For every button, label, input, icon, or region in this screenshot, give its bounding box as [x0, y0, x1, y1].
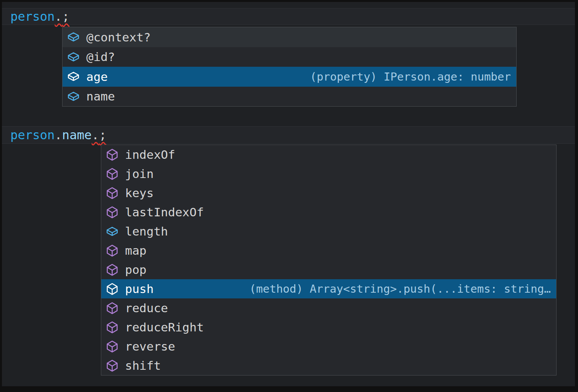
symbol-method-icon	[106, 264, 119, 276]
suggestion-item-shift[interactable]: shift	[101, 356, 556, 375]
suggestion-label: reduce	[125, 301, 168, 315]
code-token-variable: person	[10, 9, 55, 24]
suggestion-detail: (method) Array<string>.push(...items: st…	[238, 282, 551, 295]
suggestion-item-context[interactable]: @context?	[63, 27, 516, 47]
code-line-1[interactable]: person.;	[2, 8, 575, 25]
suggestion-label: @id?	[86, 50, 115, 64]
suggestion-item-reduce[interactable]: reduce	[101, 298, 556, 318]
symbol-method-icon	[106, 206, 119, 219]
symbol-field-icon	[67, 90, 80, 103]
suggestion-item-keys[interactable]: keys	[101, 183, 556, 203]
symbol-method-icon	[106, 359, 119, 372]
symbol-field-icon	[106, 225, 119, 238]
symbol-method-icon	[106, 283, 119, 295]
code-token-semicolon-error: ;	[99, 128, 106, 142]
suggestion-label: push	[125, 282, 154, 296]
code-editor: person.; @context? @id? age (property) I…	[2, 2, 575, 386]
intellisense-popup-properties: @context? @id? age (property) IPerson.ag…	[62, 27, 517, 107]
intellisense-popup-string-members: indexOf join keys lastIndexOf length map	[101, 145, 557, 376]
code-line-2[interactable]: person.name.;	[2, 126, 575, 144]
suggestion-label: keys	[125, 186, 154, 200]
suggestion-label: map	[125, 244, 147, 257]
symbol-field-icon	[67, 31, 80, 43]
suggestion-label: name	[86, 89, 115, 103]
code-token-variable: person	[10, 128, 55, 142]
suggestion-label: length	[125, 224, 168, 238]
symbol-method-icon	[106, 187, 119, 199]
suggestion-label: @context?	[86, 30, 151, 44]
symbol-method-icon	[106, 321, 119, 334]
suggestion-label: age	[86, 70, 108, 84]
suggestion-item-name[interactable]: name	[63, 87, 516, 107]
suggestion-detail: (property) IPerson.age: number	[298, 70, 511, 83]
suggestion-label: lastIndexOf	[125, 205, 204, 219]
symbol-method-icon	[106, 148, 119, 161]
code-token-property: name	[62, 128, 92, 142]
suggestion-item-age-selected[interactable]: age (property) IPerson.age: number	[63, 67, 516, 87]
suggestion-item-pop[interactable]: pop	[101, 260, 556, 279]
suggestion-label: reverse	[125, 339, 175, 353]
code-token-semicolon-error: ;	[62, 9, 69, 24]
suggestion-item-indexOf[interactable]: indexOf	[101, 145, 556, 164]
code-token-dot: .	[55, 128, 62, 142]
suggestion-item-join[interactable]: join	[101, 164, 556, 183]
suggestion-item-lastIndexOf[interactable]: lastIndexOf	[101, 203, 556, 222]
suggestion-label: shift	[125, 359, 161, 372]
suggestion-item-length[interactable]: length	[101, 222, 556, 241]
symbol-field-icon	[67, 70, 80, 83]
editor-screenshot-frame: person.; @context? @id? age (property) I…	[0, 0, 578, 392]
suggestion-item-map[interactable]: map	[101, 241, 556, 260]
suggestion-item-push-selected[interactable]: push (method) Array<string>.push(...item…	[101, 279, 556, 298]
suggestion-item-reverse[interactable]: reverse	[101, 337, 556, 356]
suggestion-item-id[interactable]: @id?	[63, 47, 516, 67]
suggestion-label: reduceRight	[125, 320, 204, 334]
symbol-method-icon	[106, 168, 119, 180]
suggestion-label: indexOf	[125, 148, 175, 161]
suggestion-label: pop	[125, 263, 147, 277]
code-token-dot-error: .	[92, 128, 99, 142]
symbol-method-icon	[106, 340, 119, 353]
suggestion-item-reduceRight[interactable]: reduceRight	[101, 318, 556, 337]
symbol-method-icon	[106, 244, 119, 257]
suggestion-label: join	[125, 167, 154, 181]
code-token-dot-error: .	[55, 9, 62, 24]
symbol-method-icon	[106, 302, 119, 315]
symbol-field-icon	[67, 51, 80, 63]
